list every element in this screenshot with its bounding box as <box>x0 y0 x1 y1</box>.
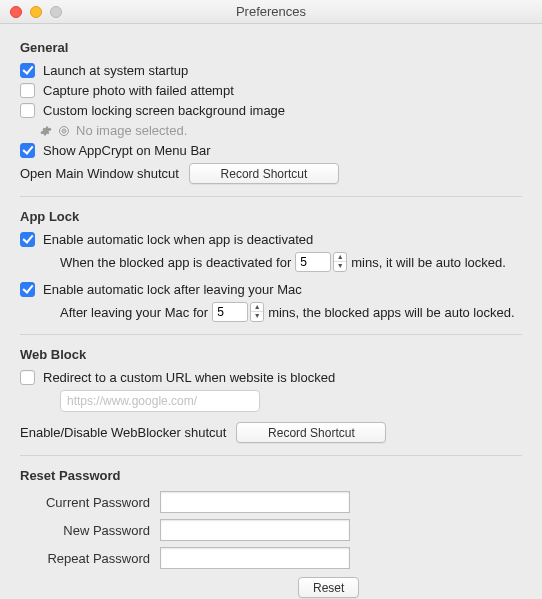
new-password-label: New Password <box>20 523 160 538</box>
webblocker-shortcut-label: Enable/Disable WebBlocker shutcut <box>20 425 226 440</box>
launch-at-startup-label: Launch at system startup <box>43 63 188 78</box>
target-icon[interactable] <box>58 125 70 137</box>
auto-lock-deactivated-checkbox[interactable] <box>20 232 35 247</box>
record-shortcut-main-button[interactable]: Record Shortcut <box>189 163 339 184</box>
custom-bg-label: Custom locking screen background image <box>43 103 285 118</box>
capture-photo-checkbox[interactable] <box>20 83 35 98</box>
redirect-url-checkbox[interactable] <box>20 370 35 385</box>
deactivated-minutes-input[interactable] <box>295 252 331 272</box>
no-image-selected-text: No image selected. <box>76 123 187 138</box>
auto-lock-leave-label: Enable automatic lock after leaving your… <box>43 282 302 297</box>
auto-lock-deactivated-label: Enable automatic lock when app is deacti… <box>43 232 313 247</box>
custom-bg-checkbox[interactable] <box>20 103 35 118</box>
current-password-label: Current Password <box>20 495 160 510</box>
show-menubar-checkbox[interactable] <box>20 143 35 158</box>
deactivated-text-a: When the blocked app is deactivated for <box>60 255 291 270</box>
current-password-input[interactable] <box>160 491 350 513</box>
leave-text-a: After leaving your Mac for <box>60 305 208 320</box>
leave-minutes-input[interactable] <box>212 302 248 322</box>
separator <box>20 455 522 456</box>
reset-button[interactable]: Reset <box>298 577 359 598</box>
section-heading-reset: Reset Password <box>20 468 522 483</box>
gear-icon[interactable] <box>40 125 52 137</box>
stepper-up-icon[interactable]: ▲ <box>334 253 346 262</box>
leave-minutes-stepper[interactable]: ▲ ▼ <box>212 302 264 322</box>
repeat-password-label: Repeat Password <box>20 551 160 566</box>
leave-text-b: mins, the blocked apps will be auto lock… <box>268 305 514 320</box>
svg-point-2 <box>63 130 65 132</box>
auto-lock-leave-checkbox[interactable] <box>20 282 35 297</box>
launch-at-startup-checkbox[interactable] <box>20 63 35 78</box>
deactivated-minutes-stepper[interactable]: ▲ ▼ <box>295 252 347 272</box>
separator <box>20 196 522 197</box>
record-shortcut-webblocker-button[interactable]: Record Shortcut <box>236 422 386 443</box>
section-heading-webblock: Web Block <box>20 347 522 362</box>
new-password-input[interactable] <box>160 519 350 541</box>
repeat-password-input[interactable] <box>160 547 350 569</box>
redirect-url-input[interactable] <box>60 390 260 412</box>
stepper-down-icon[interactable]: ▼ <box>251 312 263 321</box>
open-main-shortcut-label: Open Main Window shutcut <box>20 166 179 181</box>
capture-photo-label: Capture photo with failed attempt <box>43 83 234 98</box>
titlebar: Preferences <box>0 0 542 24</box>
redirect-url-label: Redirect to a custom URL when website is… <box>43 370 335 385</box>
section-heading-applock: App Lock <box>20 209 522 224</box>
window-title: Preferences <box>0 4 542 19</box>
stepper-down-icon[interactable]: ▼ <box>334 262 346 271</box>
deactivated-text-b: mins, it will be auto locked. <box>351 255 506 270</box>
section-heading-general: General <box>20 40 522 55</box>
separator <box>20 334 522 335</box>
stepper-up-icon[interactable]: ▲ <box>251 303 263 312</box>
show-menubar-label: Show AppCrypt on Menu Bar <box>43 143 211 158</box>
